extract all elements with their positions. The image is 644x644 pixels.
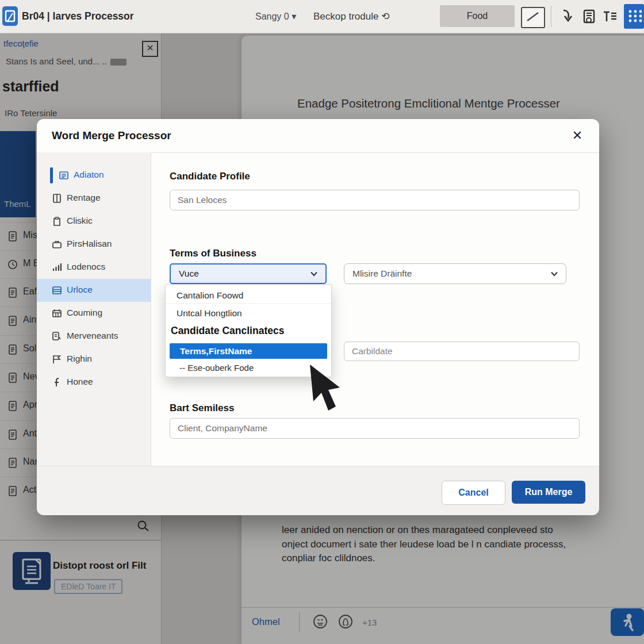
dropdown-option-selected[interactable]: Terms,FirstName <box>170 343 327 359</box>
dialog-title: Word Merge Processor <box>52 119 171 152</box>
briefcase-icon <box>52 239 62 250</box>
dropdown-option[interactable]: Cantalion Foowd <box>166 288 331 304</box>
dialog-nav-label: Urloce <box>67 285 93 295</box>
dialog-nav-adiaton[interactable]: Adiaton <box>37 164 151 187</box>
dialog-nav: Adiaton Rentage Cliskic PirsHalisan Lode… <box>37 152 151 466</box>
dialog-nav-pirshalisan[interactable]: PirsHalisan <box>37 233 151 256</box>
dialog-nav-rentage[interactable]: Rentage <box>37 187 151 210</box>
dialog-nav-label: Cliskic <box>67 216 93 226</box>
dialog-nav-urloce[interactable]: Urloce <box>37 279 151 302</box>
template-select-value: Mlisire Dräinfte <box>352 269 412 279</box>
app-title: Br04 | larves Processor <box>22 0 134 33</box>
dialog-nav-label: Couming <box>67 308 102 318</box>
dialog-nav-lodenocs[interactable]: Lodenocs <box>37 256 151 279</box>
terms-select[interactable]: Vuce <box>170 263 327 284</box>
candidate-field-input[interactable] <box>344 342 580 361</box>
app-logo-icon <box>2 6 18 26</box>
mouse-cursor <box>306 363 341 418</box>
dialog-nav-righin[interactable]: Righin <box>37 348 151 371</box>
word-merge-dialog: Word Merge Processor ✕ Adiaton Rentage C… <box>37 119 599 515</box>
clipboard-icon <box>52 216 62 227</box>
dialog-nav-couming[interactable]: Couming <box>37 302 151 325</box>
dropdown-group-header: Candidate Canclinatecs <box>171 325 284 337</box>
text-format-icon[interactable] <box>601 8 619 25</box>
template-select[interactable]: Mlisire Dräinfte <box>344 263 566 284</box>
candidate-profile-input[interactable] <box>170 190 580 210</box>
dialog-header: Word Merge Processor ✕ <box>37 119 599 153</box>
dialog-nav-cliskic[interactable]: Cliskic <box>37 210 151 233</box>
dialog-nav-label: Merveneants <box>67 331 118 341</box>
dialog-nav-label: PirsHalisan <box>67 239 112 249</box>
rows-icon <box>52 285 62 296</box>
terms-select-value: Vuce <box>179 269 199 279</box>
bart-semiless-input[interactable] <box>170 418 580 439</box>
bar-chart-icon <box>52 262 62 273</box>
user-menu[interactable]: Sangy 0 ▾ <box>255 0 296 33</box>
dialog-nav-label: Righin <box>67 354 92 364</box>
dialog-nav-label: Adiaton <box>74 170 104 180</box>
ledger-icon <box>52 193 62 204</box>
dialog-nav-merveneants[interactable]: Merveneants <box>37 325 151 348</box>
dialog-nav-label: Lodenocs <box>67 262 105 272</box>
dialog-close-icon[interactable]: ✕ <box>569 128 585 144</box>
letter-f-icon <box>52 377 62 388</box>
flag-icon <box>52 354 62 365</box>
document-stamp-icon[interactable] <box>581 8 598 25</box>
cancel-button[interactable]: Cancel <box>442 481 505 505</box>
screen: Br04 | larves Processor Sangy 0 ▾ Beckop… <box>0 0 644 644</box>
bart-semiless-heading: Bart Semiless <box>170 402 234 414</box>
apps-grid-button[interactable] <box>624 4 644 29</box>
calendar-grid-icon <box>52 308 62 319</box>
food-button[interactable]: Food <box>440 5 515 27</box>
dialog-nav-label: Rentage <box>67 193 101 203</box>
dialog-nav-honee[interactable]: Honee <box>37 371 151 394</box>
terms-of-business-heading: Terms of Business <box>170 248 256 259</box>
candidate-profile-heading: Candidate Profile <box>170 171 250 182</box>
run-merge-button[interactable]: Run Merge <box>512 481 585 504</box>
selected-indicator-bar <box>50 167 53 183</box>
module-label[interactable]: Beckop trodule ⟲ <box>313 0 389 33</box>
article-icon <box>59 170 69 181</box>
chevron-down-icon <box>550 269 559 278</box>
document-send-icon <box>52 331 62 342</box>
topbar: Br04 | larves Processor Sangy 0 ▾ Beckop… <box>0 0 644 33</box>
dialog-footer: Cancel Run Merge <box>37 466 599 515</box>
topbar-divider <box>551 6 551 27</box>
chevron-down-icon <box>309 269 319 278</box>
import-arrow-icon[interactable] <box>559 8 576 25</box>
checkbox-icon[interactable] <box>521 7 545 28</box>
dialog-nav-label: Honee <box>67 377 93 387</box>
dropdown-option[interactable]: Untcal Hongtlion <box>166 305 342 321</box>
